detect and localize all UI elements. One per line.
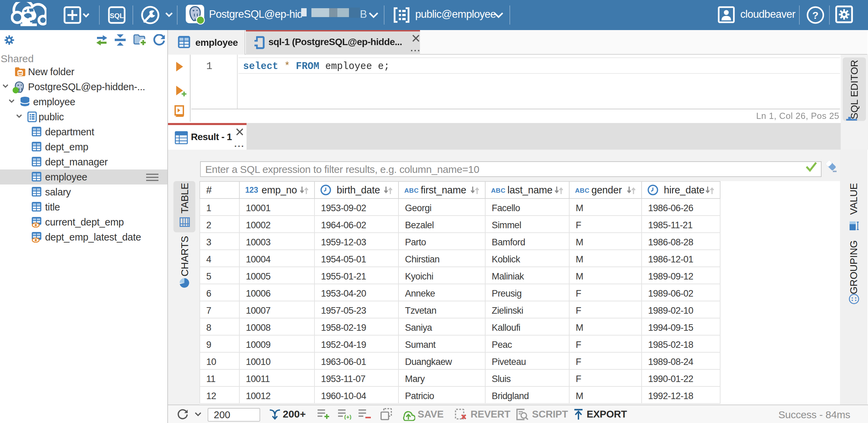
svg-text:SQL: SQL	[110, 12, 124, 19]
svg-text:?: ?	[812, 10, 818, 21]
svg-text:(+): (+)	[344, 414, 351, 420]
